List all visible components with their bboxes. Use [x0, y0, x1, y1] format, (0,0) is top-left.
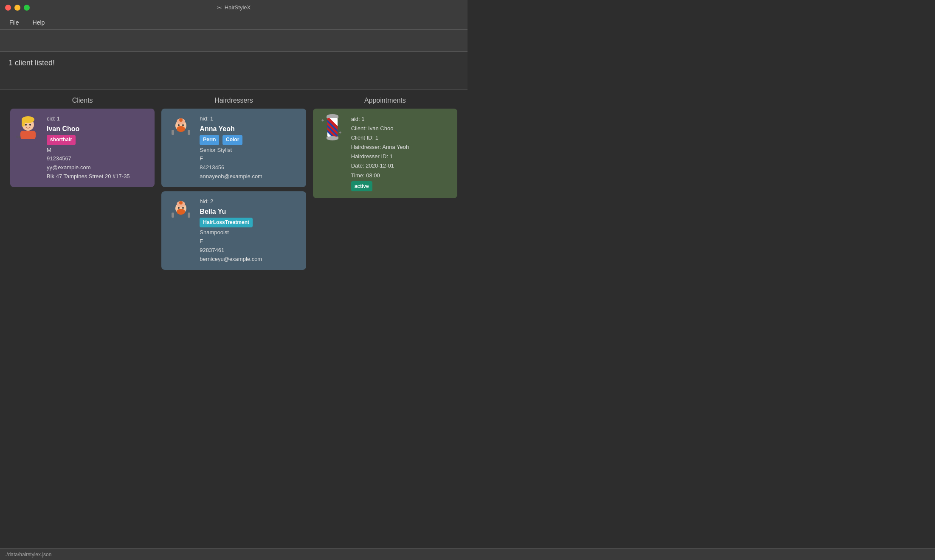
svg-point-20 — [178, 207, 180, 209]
svg-point-5 — [29, 124, 31, 126]
client-address: Blk 47 Tampines Street 20 #17-35 — [47, 172, 130, 181]
hairdresser-name-1: Anna Yeoh — [200, 123, 262, 134]
client-name: Ivan Choo — [47, 123, 130, 134]
appointments-column: Appointments — [310, 97, 461, 270]
svg-rect-3 — [22, 119, 25, 126]
barber-pole-icon: ✦ ✦ — [319, 115, 346, 142]
appointment-aid: aid: 1 — [351, 115, 409, 124]
main-content: Clients ✂ — [0, 90, 468, 277]
hairdresser-hid-1: hid: 1 — [200, 115, 262, 123]
appointment-date: Date: 2020-12-01 — [351, 161, 409, 171]
hairdresser-tag-color: Color — [222, 135, 242, 145]
svg-text:✂: ✂ — [16, 134, 21, 140]
svg-text:✦: ✦ — [321, 118, 325, 123]
appointment-time: Time: 08:00 — [351, 171, 409, 180]
client-cid: cid: 1 — [47, 115, 130, 123]
hairdresser-phone-1: 84213456 — [200, 163, 262, 172]
svg-rect-23 — [188, 213, 190, 218]
status-area: 1 client listed! — [0, 52, 468, 90]
client-card[interactable]: ✂ cid: 1 Ivan Choo shorthair M 91234567 … — [10, 109, 155, 187]
appointment-info: aid: 1 Client: Ivan Choo Client ID: 1 Ha… — [351, 115, 409, 192]
hairdresser-info-1: hid: 1 Anna Yeoh Perm Color Senior Styli… — [200, 115, 262, 181]
minimize-button[interactable] — [14, 5, 20, 11]
svg-rect-22 — [172, 213, 174, 218]
hairdresser-phone-2: 92837461 — [200, 246, 262, 255]
hairdresser-card-2[interactable]: hid: 2 Bella Yu HairLossTreatment Shampo… — [161, 191, 306, 270]
menu-file[interactable]: File — [7, 17, 22, 28]
svg-point-11 — [178, 124, 180, 126]
svg-point-12 — [182, 124, 184, 126]
svg-rect-26 — [327, 116, 338, 118]
svg-text:✦: ✦ — [338, 130, 342, 135]
hairdresser-email-1: annayeoh@example.com — [200, 172, 262, 181]
hairdresser-email-2: berniceyu@example.com — [200, 255, 262, 264]
client-phone: 91234567 — [47, 154, 130, 163]
appointment-card[interactable]: ✦ ✦ aid: 1 Client: Ivan Choo Client ID: … — [313, 109, 457, 198]
hairdresser-avatar-1 — [167, 115, 194, 142]
scissors-icon: ✂ — [217, 4, 222, 11]
appointment-client: Client: Ivan Choo — [351, 124, 409, 133]
svg-point-21 — [182, 207, 184, 209]
appointment-hairdresser: Hairdresser: Anna Yeoh — [351, 143, 409, 152]
client-avatar: ✂ — [14, 115, 42, 142]
app-title: ✂ HairStyleX — [217, 4, 251, 11]
svg-point-10 — [177, 126, 185, 132]
svg-point-24 — [179, 201, 183, 204]
hairdresser-card-1[interactable]: hid: 1 Anna Yeoh Perm Color Senior Styli… — [161, 109, 306, 187]
hairdresser-gender-2: F — [200, 237, 262, 246]
menubar: File Help — [0, 15, 468, 30]
hairdressers-column-title: Hairdressers — [161, 97, 306, 104]
hairdresser-role-2: Shampooist — [200, 228, 262, 237]
status-message: 1 client listed! — [8, 59, 459, 67]
client-info: cid: 1 Ivan Choo shorthair M 91234567 yy… — [47, 115, 130, 181]
hairdresser-tag-perm: Perm — [200, 135, 219, 145]
hairdressers-column: Hairdressers — [158, 97, 309, 270]
hairdresser-info-2: hid: 2 Bella Yu HairLossTreatment Shampo… — [200, 197, 262, 264]
client-email: yy@example.com — [47, 163, 130, 172]
svg-point-4 — [25, 124, 27, 126]
svg-rect-14 — [188, 130, 190, 135]
client-gender: M — [47, 146, 130, 155]
hairdresser-tag-hairlosstreatment: HairLossTreatment — [200, 218, 253, 227]
hairdresser-name-2: Bella Yu — [200, 206, 262, 217]
svg-point-15 — [179, 118, 183, 122]
svg-point-19 — [177, 209, 185, 215]
toolbar — [0, 30, 468, 52]
clients-column: Clients ✂ — [7, 97, 158, 270]
svg-rect-0 — [20, 131, 36, 139]
close-button[interactable] — [5, 5, 11, 11]
svg-rect-13 — [172, 130, 174, 135]
maximize-button[interactable] — [24, 5, 30, 11]
svg-rect-16 — [173, 214, 189, 222]
client-tag-shorthair: shorthair — [47, 135, 76, 145]
appointment-status-badge: active — [351, 181, 372, 191]
svg-rect-7 — [173, 132, 189, 139]
appointments-column-title: Appointments — [313, 97, 457, 104]
hairdresser-role-1: Senior Stylist — [200, 146, 262, 155]
hairdresser-hid-2: hid: 2 — [200, 197, 262, 206]
hairdresser-avatar-2 — [167, 197, 194, 224]
clients-column-title: Clients — [10, 97, 155, 104]
appointment-hairdresser-id: Hairdresser ID: 1 — [351, 152, 409, 161]
appointment-client-id: Client ID: 1 — [351, 133, 409, 143]
svg-point-37 — [327, 136, 338, 140]
window-controls[interactable] — [5, 5, 30, 11]
hairdresser-gender-1: F — [200, 154, 262, 163]
titlebar: ✂ HairStyleX — [0, 0, 468, 15]
menu-help[interactable]: Help — [30, 17, 48, 28]
